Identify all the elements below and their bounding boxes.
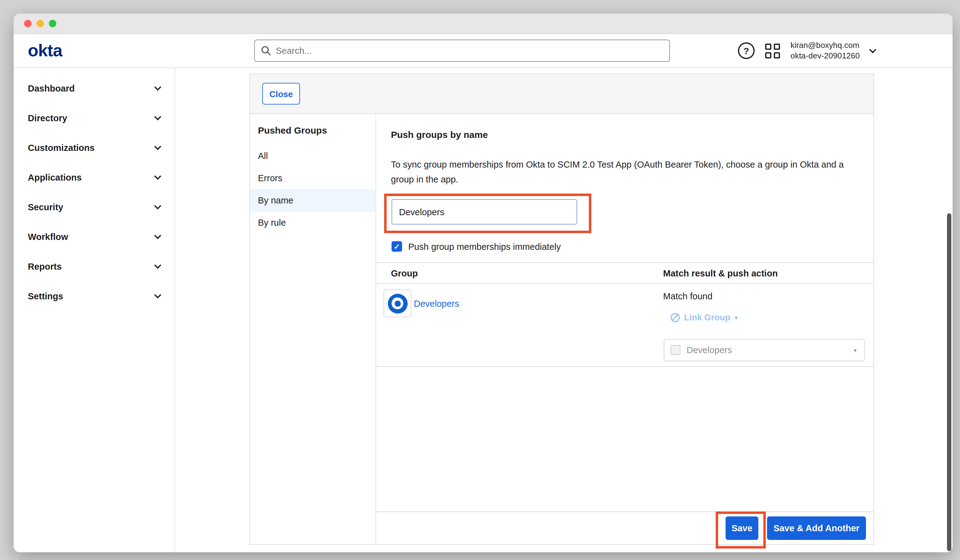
content-title: Push groups by name: [391, 129, 488, 140]
chevron-down-icon: [154, 84, 162, 91]
save-button[interactable]: Save: [726, 517, 758, 540]
chevron-down-icon: [154, 143, 162, 150]
zoom-window-button[interactable]: [49, 20, 56, 27]
column-header-match-result: Match result & push action: [663, 268, 778, 278]
push-immediately-row: ✓ Push group memberships immediately: [392, 241, 561, 252]
vertical-scrollbar[interactable]: [947, 213, 951, 551]
caret-down-icon: ▾: [734, 314, 738, 321]
user-menu-chevron-down-icon[interactable]: [869, 46, 877, 53]
apps-grid-icon[interactable]: [765, 43, 780, 58]
push-groups-panel: Close Pushed Groups All Errors By name B…: [249, 74, 874, 545]
main-content-area: Close Pushed Groups All Errors By name B…: [175, 68, 953, 552]
save-add-another-button[interactable]: Save & Add Another: [767, 517, 866, 540]
push-immediately-label: Push group memberships immediately: [408, 242, 561, 251]
column-header-group: Group: [376, 268, 663, 278]
search-input[interactable]: [276, 46, 663, 56]
search-icon: [261, 46, 271, 56]
group-name-input[interactable]: [392, 199, 577, 224]
link-group-dropdown[interactable]: Link Group ▾: [670, 312, 738, 322]
content-description: To sync group memberships from Okta to S…: [391, 157, 855, 187]
subnav-title: Pushed Groups: [250, 125, 376, 136]
header-right-cluster: ? kiran@boxyhq.com okta-dev-20901260: [738, 40, 875, 61]
group-name-link[interactable]: Developers: [414, 299, 459, 309]
help-icon[interactable]: ?: [738, 42, 755, 59]
push-by-name-content: Push groups by name To sync group member…: [376, 114, 874, 545]
app-header: okta ? kiran@boxyhq.com okta-de: [14, 34, 953, 68]
link-group-icon: [670, 313, 680, 322]
minimize-window-button[interactable]: [37, 20, 44, 27]
match-result-text: Match found: [663, 291, 713, 301]
subnav-item-by-rule[interactable]: By rule: [250, 211, 376, 234]
sidebar-nav: Dashboard Directory Customizations Appli…: [14, 68, 175, 552]
sidebar-item-directory[interactable]: Directory: [14, 103, 174, 133]
subnav-item-errors[interactable]: Errors: [250, 167, 376, 189]
chevron-down-icon: [154, 203, 162, 210]
chevron-down-icon: [154, 173, 162, 180]
sidebar-item-reports[interactable]: Reports: [14, 252, 174, 282]
subnav-item-by-name[interactable]: By name: [250, 189, 376, 211]
push-immediately-checkbox[interactable]: ✓: [392, 241, 402, 252]
sidebar-item-security[interactable]: Security: [14, 192, 174, 222]
target-group-select[interactable]: Developers ▾: [664, 339, 865, 361]
group-icon: [384, 290, 411, 317]
caret-down-icon: ▾: [854, 347, 857, 354]
group-placeholder-icon: [670, 345, 680, 355]
row-divider: [376, 366, 874, 367]
app-window: okta ? kiran@boxyhq.com okta-de: [14, 14, 953, 552]
subnav-item-all[interactable]: All: [250, 145, 376, 167]
table-header: Group Match result & push action: [376, 262, 874, 284]
chevron-down-icon: [154, 262, 162, 269]
window-titlebar: [14, 14, 953, 34]
sidebar-item-customizations[interactable]: Customizations: [14, 133, 174, 163]
sidebar-item-workflow[interactable]: Workflow: [14, 222, 174, 252]
sidebar-item-applications[interactable]: Applications: [14, 163, 174, 192]
link-group-label: Link Group: [684, 312, 730, 322]
checkmark-icon: ✓: [394, 242, 400, 251]
sidebar-item-settings[interactable]: Settings: [14, 282, 174, 311]
close-window-button[interactable]: [24, 20, 32, 27]
chevron-down-icon: [154, 232, 162, 239]
user-account-info[interactable]: kiran@boxyhq.com okta-dev-20901260: [790, 40, 860, 61]
target-group-value: Developers: [686, 345, 847, 355]
global-search[interactable]: [254, 40, 670, 62]
sidebar-item-dashboard[interactable]: Dashboard: [14, 74, 174, 103]
pushed-groups-subnav: Pushed Groups All Errors By name By rule: [250, 114, 376, 545]
chevron-down-icon: [154, 114, 162, 121]
okta-logo: okta: [28, 41, 62, 61]
user-org: okta-dev-20901260: [790, 51, 860, 61]
panel-toolbar: Close: [250, 74, 874, 114]
chevron-down-icon: [154, 291, 162, 299]
footer-divider: [376, 512, 874, 512]
user-email: kiran@boxyhq.com: [790, 40, 860, 51]
close-button[interactable]: Close: [262, 83, 300, 104]
